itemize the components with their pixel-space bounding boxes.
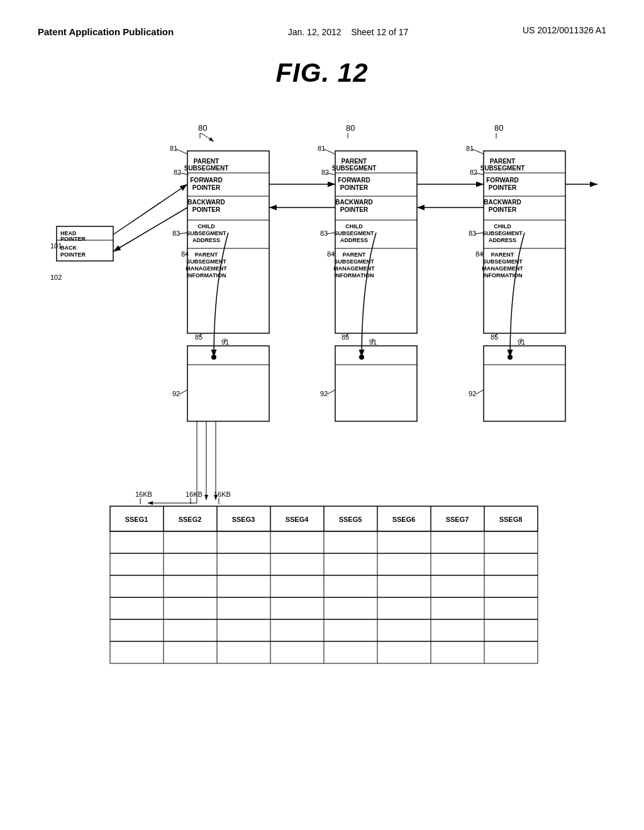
svg-text:FORWARD: FORWARD — [190, 177, 222, 184]
svg-text:BACK: BACK — [60, 245, 77, 251]
header-sheet: Sheet 12 of 17 — [351, 27, 408, 37]
svg-rect-72 — [335, 346, 417, 421]
sseg4-label: SSEG4 — [286, 516, 309, 523]
svg-text:SUBSEGMENT: SUBSEGMENT — [482, 258, 523, 265]
svg-text:INFORMATION: INFORMATION — [335, 272, 374, 279]
svg-text:FORWARD: FORWARD — [338, 177, 370, 184]
label-84-left: 84 — [181, 250, 189, 258]
svg-rect-69 — [187, 346, 269, 421]
svg-text:ADDRESS: ADDRESS — [192, 237, 220, 243]
svg-text:POINTER: POINTER — [192, 184, 221, 191]
svg-text:ADDRESS: ADDRESS — [340, 237, 368, 243]
svg-text:INFORMATION: INFORMATION — [483, 272, 523, 279]
svg-text:SUBSEGMENT: SUBSEGMENT — [334, 258, 374, 265]
svg-text:PARENT: PARENT — [491, 252, 514, 258]
svg-text:POINTER: POINTER — [192, 206, 221, 213]
label-82-mid: 82 — [321, 169, 329, 176]
label-80-mid: 80 — [346, 123, 355, 133]
sseg6-label: SSEG6 — [392, 516, 416, 523]
label-83-left: 83 — [172, 230, 180, 237]
header-center: Jan. 12, 2012 Sheet 12 of 17 — [288, 25, 409, 39]
svg-text:BACKWARD: BACKWARD — [187, 199, 225, 206]
sseg2-label: SSEG2 — [179, 516, 202, 523]
sseg1-label: SSEG1 — [125, 516, 148, 523]
label-16kb-2: 16KB — [186, 490, 203, 498]
svg-text:SUBSEGMENT: SUBSEGMENT — [480, 165, 525, 172]
label-85-left: 85 — [195, 333, 203, 341]
svg-text:CHILD: CHILD — [197, 223, 215, 230]
label-85-right: 85 — [491, 333, 498, 341]
svg-text:BACKWARD: BACKWARD — [335, 199, 372, 206]
label-92-right: 92 — [469, 390, 476, 397]
svg-text:INFORMATION: INFORMATION — [187, 272, 226, 279]
label-82-left: 82 — [174, 169, 181, 176]
header-left: Patent Application Publication — [38, 25, 174, 38]
svg-text:BACKWARD: BACKWARD — [484, 199, 521, 206]
svg-text:ADDRESS: ADDRESS — [489, 237, 516, 243]
svg-text:PARENT: PARENT — [343, 252, 366, 258]
label-81-left: 81 — [170, 145, 177, 152]
svg-text:SUBSEGMENT: SUBSEGMENT — [334, 230, 374, 236]
label-83-mid: 83 — [320, 230, 328, 237]
figure-title: FIG. 12 — [0, 58, 644, 88]
header: Patent Application Publication Jan. 12, … — [0, 0, 644, 39]
svg-text:SUBSEGMENT: SUBSEGMENT — [482, 230, 523, 236]
label-16kb-1: 16KB — [135, 490, 152, 498]
svg-line-67 — [113, 184, 187, 235]
svg-text:PARENT: PARENT — [194, 158, 219, 165]
svg-text:SUBSEGMENT: SUBSEGMENT — [186, 230, 226, 236]
label-80-right: 80 — [494, 123, 503, 133]
sseg3-label: SSEG3 — [232, 516, 255, 523]
label-82-right: 82 — [470, 169, 477, 176]
diagram-area: 101 HEAD POINTER BACK POINTER 102 80 81 … — [38, 101, 606, 792]
label-92-left: 92 — [172, 390, 180, 397]
svg-text:CHILD: CHILD — [494, 223, 511, 230]
svg-text:FORWARD: FORWARD — [486, 177, 518, 184]
header-right: US 2012/0011326 A1 — [523, 25, 606, 35]
svg-text:POINTER: POINTER — [340, 206, 369, 213]
svg-text:POINTER: POINTER — [60, 252, 86, 258]
label-16kb-3: 16KB — [214, 490, 231, 498]
svg-text:PARENT: PARENT — [490, 158, 515, 165]
svg-text:SUBSEGMENT: SUBSEGMENT — [186, 258, 226, 265]
label-92-mid: 92 — [320, 390, 328, 397]
svg-text:PARENT: PARENT — [195, 252, 218, 258]
sseg7-label: SSEG7 — [446, 516, 469, 523]
header-date: Jan. 12, 2012 — [288, 27, 341, 37]
svg-text:POINTER: POINTER — [489, 184, 517, 191]
svg-text:CHILD: CHILD — [345, 223, 363, 230]
svg-text:POINTER: POINTER — [340, 184, 369, 191]
label-85-mid: 85 — [341, 333, 349, 341]
label-81-mid: 81 — [318, 145, 325, 152]
sseg8-label: SSEG8 — [499, 516, 523, 523]
label-102: 102 — [50, 274, 62, 281]
page: Patent Application Publication Jan. 12, … — [0, 0, 644, 830]
label-83-right: 83 — [469, 230, 476, 237]
svg-text:POINTER: POINTER — [60, 236, 86, 242]
svg-rect-75 — [484, 346, 565, 421]
svg-text:SUBSEGMENT: SUBSEGMENT — [184, 165, 229, 172]
label-81-right: 81 — [466, 145, 474, 152]
svg-text:POINTER: POINTER — [489, 206, 517, 213]
diagram-svg: 101 HEAD POINTER BACK POINTER 102 80 81 … — [38, 101, 606, 792]
svg-text:PARENT: PARENT — [341, 158, 367, 165]
sseg5-label: SSEG5 — [339, 516, 362, 523]
label-80-left: 80 — [198, 123, 207, 133]
svg-text:SUBSEGMENT: SUBSEGMENT — [332, 165, 377, 172]
